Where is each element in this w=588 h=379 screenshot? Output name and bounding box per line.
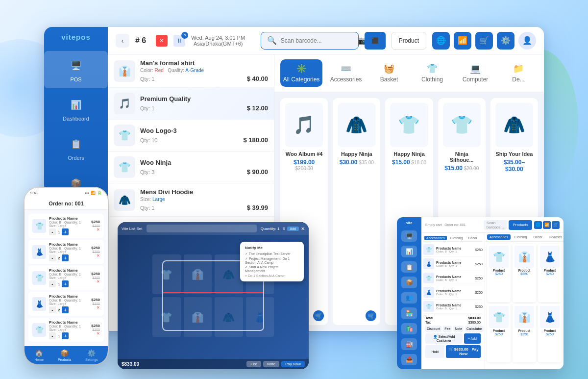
barcode-input[interactable] xyxy=(281,37,354,44)
mobile-increase-3-button[interactable]: + xyxy=(62,280,69,287)
more-icon: 📁 xyxy=(513,63,524,74)
mobile-decrease-3-button[interactable]: - xyxy=(49,280,56,287)
desktop-calculator-button[interactable]: Calculator xyxy=(465,326,484,332)
desktop-cat-accessories[interactable]: Accessories xyxy=(487,234,511,240)
mobile-item-3-name: Products Name xyxy=(49,268,88,273)
desktop-product-4-price: $250 xyxy=(489,332,509,336)
tablet-note-button[interactable]: Note xyxy=(263,361,279,367)
tablet-topbar: Vite List Set Quantity: 1 $ Add ✕ xyxy=(118,222,309,235)
desktop-supplier-icon[interactable]: 🏭 xyxy=(401,338,417,350)
desktop-dashboard-icon[interactable]: 📊 xyxy=(401,246,417,257)
desktop-orders-icon[interactable]: 📋 xyxy=(401,261,417,273)
desktop-note-button[interactable]: Note xyxy=(453,326,464,332)
category-tab-accessories[interactable]: ⌨️ Accessories xyxy=(326,59,366,87)
hold-order-button[interactable]: ⏸ 5 xyxy=(173,35,185,47)
desktop-products-icon[interactable]: 📦 xyxy=(401,277,417,288)
category-tab-all[interactable]: ✳️ All Categories xyxy=(280,59,322,87)
mobile-increase-4-button[interactable]: + xyxy=(62,306,69,313)
desktop-product-button[interactable]: Products xyxy=(509,220,532,230)
timezone-text: Asia/Dhaka(GMT+6) xyxy=(191,41,245,47)
desktop-shipment-icon[interactable]: 📤 xyxy=(401,354,417,365)
category-tab-clothing[interactable]: 👕 Clothing xyxy=(413,59,452,87)
mobile-item-3-qty-control: - 1 + xyxy=(49,280,88,287)
desktop-fee-button[interactable]: Fee xyxy=(443,326,452,332)
add-to-cart-2-button[interactable]: 🛒 xyxy=(366,310,376,321)
mobile-decrease-1-button[interactable]: - xyxy=(49,228,56,235)
category-tab-more[interactable]: 📁 De... xyxy=(499,59,538,87)
desktop-cat-accessories[interactable]: Accessories xyxy=(424,236,447,240)
mobile-nav-settings[interactable]: ⚙️ Settings xyxy=(85,349,98,361)
mobile-remove-1-button[interactable]: ✕ xyxy=(97,227,100,232)
tablet-pay-button[interactable]: Pay Now xyxy=(281,361,305,367)
product-1-current-price: $199.00 xyxy=(294,159,315,166)
mobile-increase-5-button[interactable]: + xyxy=(62,332,69,339)
mobile-remove-4-button[interactable]: ✕ xyxy=(97,305,100,310)
sidebar-item-orders[interactable]: 📋 Orders xyxy=(44,129,108,167)
mobile-decrease-4-button[interactable]: - xyxy=(49,306,56,313)
desktop-product-4[interactable]: 👕 Product $250 xyxy=(487,304,511,362)
cart-item-2-qty: Qty: 1 xyxy=(140,105,154,111)
desktop-cat-decor[interactable]: Decor xyxy=(466,236,479,240)
mobile-increase-1-button[interactable]: + xyxy=(62,228,69,235)
settings-button[interactable]: ⚙️ xyxy=(497,32,514,50)
desktop-product-3[interactable]: 👗 Product $250 xyxy=(538,244,562,302)
desktop-pos-icon[interactable]: 🖥️ xyxy=(401,230,417,242)
desktop-cat-clothing[interactable]: Clothing xyxy=(448,236,465,240)
orders-icon: 📋 xyxy=(67,135,85,153)
desktop-hold-button[interactable]: Hold xyxy=(425,345,444,358)
tablet-close-button[interactable]: ✕ xyxy=(301,226,305,231)
desktop-search-bar[interactable]: Scan barcode... xyxy=(484,220,507,230)
tablet-title: Vite List Set xyxy=(122,227,143,231)
desktop-cat-headset[interactable]: Headset xyxy=(546,234,564,240)
mobile-remove-2-button[interactable]: ✕ xyxy=(97,253,100,258)
desktop-customer-button[interactable]: 👤 Select/Add Customer xyxy=(425,333,463,344)
desktop-cat-clothing[interactable]: Clothing xyxy=(512,234,530,240)
desktop-product-1[interactable]: 👕 Product $250 xyxy=(487,244,511,302)
desktop-store-icon[interactable]: 🏪 xyxy=(401,307,417,319)
category-tab-computer[interactable]: 💻 Computer xyxy=(456,59,495,87)
mobile-nav-products-label: Products xyxy=(58,358,72,361)
tablet-fee-button[interactable]: Fee xyxy=(246,361,261,367)
desktop-product-2[interactable]: 👔 Product $250 xyxy=(513,244,536,302)
desktop-icon-2[interactable]: 📶 xyxy=(543,221,551,229)
barcode-search-bar[interactable]: 🔍 📷 xyxy=(261,32,359,50)
scan-button[interactable]: ⬛ xyxy=(365,32,386,50)
back-button[interactable]: ‹ xyxy=(116,34,129,48)
desktop-product-1-price: $250 xyxy=(489,272,509,276)
desktop-customer-icon[interactable]: 👥 xyxy=(401,292,417,303)
desktop-add-button[interactable]: + Add xyxy=(464,333,481,344)
mobile-increase-2-button[interactable]: + xyxy=(62,254,69,261)
mobile-nav-home[interactable]: 🏠 Home xyxy=(34,349,44,361)
globe-button[interactable]: 🌐 xyxy=(432,32,450,50)
close-order-button[interactable]: ✕ xyxy=(156,35,168,47)
mobile-qty-2: 2 xyxy=(58,256,60,260)
add-to-cart-1-button[interactable]: 🛒 xyxy=(313,310,324,321)
desktop-logo: vite xyxy=(406,221,412,225)
desktop-icon-3[interactable]: 🛒 xyxy=(552,221,560,229)
desktop-purchase-icon[interactable]: 🛍️ xyxy=(401,323,417,334)
mobile-decrease-2-button[interactable]: - xyxy=(49,254,56,261)
desktop-pay-now-button[interactable]: 🛒 $633.00 Pay Now xyxy=(446,345,481,358)
sidebar-item-dashboard[interactable]: 📊 Dashboard xyxy=(44,90,108,127)
product-4-current-price: $15.00 xyxy=(444,165,463,172)
mobile-nav-products[interactable]: 📦 Products xyxy=(58,349,72,361)
desktop-icon-1[interactable]: 🌐 xyxy=(534,221,542,229)
desktop-product-5[interactable]: 👔 Product $250 xyxy=(513,304,536,362)
product-button[interactable]: Product xyxy=(392,32,426,50)
product-card-2[interactable]: 🧥 Happy Ninja $30.00 $35.00 🛒 xyxy=(333,98,380,325)
wifi-button[interactable]: 📶 xyxy=(454,32,471,50)
cart-button[interactable]: 🛒 xyxy=(475,32,493,50)
desktop-cat-decor[interactable]: Decor xyxy=(531,234,545,240)
category-tab-basket[interactable]: 🧺 Basket xyxy=(369,59,409,87)
desktop-product-6[interactable]: 👗 Product $250 xyxy=(538,304,562,362)
sidebar-item-pos[interactable]: 🖥️ POS xyxy=(44,51,108,88)
mobile-decrease-5-button[interactable]: - xyxy=(49,332,56,339)
mobile-remove-5-button[interactable]: ✕ xyxy=(97,331,100,336)
mobile-remove-3-button[interactable]: ✕ xyxy=(97,279,100,284)
desktop-discount-button[interactable]: Discount xyxy=(425,326,441,332)
mobile-item-1-oldprice: $300 xyxy=(92,224,100,227)
tablet-search[interactable] xyxy=(147,225,257,232)
desktop-product-6-img: 👗 xyxy=(540,306,560,328)
user-avatar[interactable]: 👤 xyxy=(518,32,536,50)
tablet-add-button[interactable]: Add xyxy=(287,227,299,231)
